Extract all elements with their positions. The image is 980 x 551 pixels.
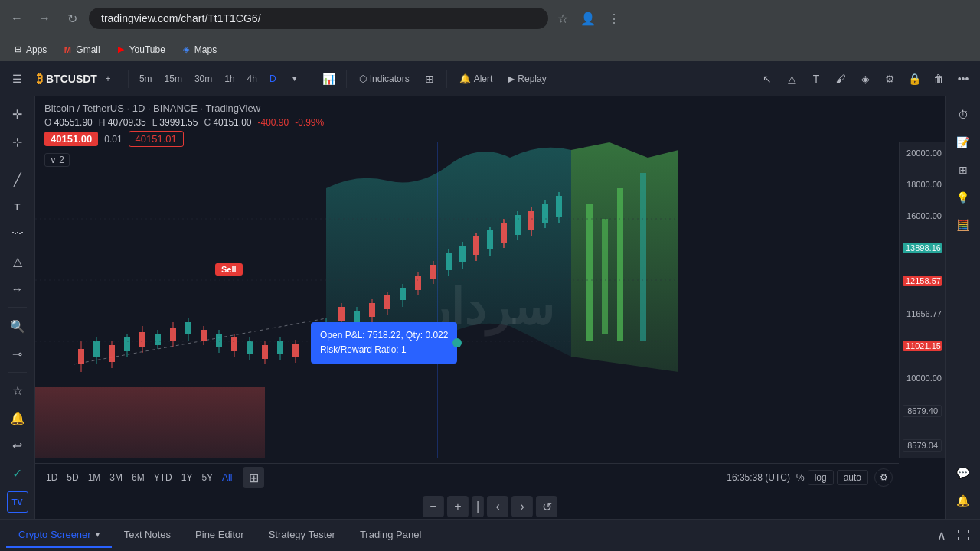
tool-fib[interactable]: 〰 [5,222,30,246]
log-button[interactable]: log [808,470,834,485]
symbol-selector[interactable]: ₿ BTCUSDT + [31,68,122,90]
tool-replay[interactable]: ↩ [5,434,30,458]
btf-5d[interactable]: 5D [62,470,83,485]
layer-badge[interactable]: ∨ 2 [44,153,70,167]
reset-view-button[interactable]: ↺ [536,496,557,517]
rp-calc2-icon[interactable]: 🧮 [951,213,975,237]
chart-header: Bitcoin / TetherUS · 1D · BINANCE · Trad… [35,96,333,173]
drawing-brush-button[interactable]: 🖌 [830,68,851,90]
rp-lightbulb-icon[interactable]: 💡 [951,185,975,210]
back-button[interactable]: ← [6,8,28,29]
drawing-highlight-button[interactable]: ◈ [854,68,876,90]
tool-zoom[interactable]: 🔍 [5,314,30,338]
tf-5m[interactable]: 5m [135,71,157,86]
svg-rect-4 [640,173,646,341]
svg-rect-69 [556,196,562,217]
drawing-delete-button[interactable]: 🗑 [928,68,949,90]
tf-1h[interactable]: 1h [220,71,239,86]
tool-text[interactable]: T [5,194,30,219]
add-symbol-button[interactable]: + [100,71,116,86]
svg-rect-57 [473,236,479,255]
tool-alerts[interactable]: 🔔 [5,406,30,431]
btf-1y[interactable]: 1Y [177,470,198,485]
tool-shapes[interactable]: △ [5,249,30,274]
indicators-label: Indicators [370,73,410,84]
footer-tab-strategy[interactable]: Strategy Tester [256,523,348,548]
settings-circle-button[interactable]: ⚙ [874,468,893,487]
svg-rect-3 [617,188,623,341]
footer-expand-button[interactable]: ⛶ [952,525,974,546]
rp-calc-icon[interactable]: ⊞ [951,158,975,182]
nav-prev-button[interactable]: ‹ [487,496,508,517]
footer-tab-pine[interactable]: Pine Editor [183,523,256,548]
btf-all[interactable]: All [217,470,237,485]
tool-sep-2 [8,307,27,308]
price-level-20000: 20000.00 [903,148,942,158]
layout-button[interactable]: ⊞ [419,68,440,90]
sidebar-toggle-button[interactable]: ☰ [6,68,28,90]
tool-magnet[interactable]: ⊸ [5,341,30,366]
bookmark-button[interactable]: ☆ [554,8,571,29]
toolbar-separator-4 [446,70,447,88]
bookmark-gmail[interactable]: M Gmail [56,42,106,57]
footer-tab-trading[interactable]: Trading Panel [348,523,433,548]
tv-logo: TV [7,491,28,513]
replay-label: Replay [518,73,546,84]
bookmark-youtube[interactable]: ▶ YouTube [109,42,172,57]
tool-crosshair[interactable]: ⊹ [5,130,30,155]
profile-button[interactable]: 👤 [577,8,599,29]
btf-3m[interactable]: 3M [105,470,127,485]
url-bar[interactable] [89,8,548,29]
footer-collapse-button[interactable]: ∧ [931,525,952,546]
tool-watchlist[interactable]: ☆ [5,379,30,403]
svg-rect-1 [586,204,593,341]
btf-ytd[interactable]: YTD [149,470,177,485]
tf-30m[interactable]: 30m [190,71,217,86]
btf-5y[interactable]: 5Y [197,470,217,485]
tf-dropdown-button[interactable]: ▼ [284,68,305,90]
forward-button[interactable]: → [34,8,55,29]
drawing-shapes-button[interactable]: △ [781,68,802,90]
bookmark-maps[interactable]: ◈ Maps [175,42,223,57]
rp-clock-icon[interactable]: ⏱ [951,103,975,127]
replay-button[interactable]: ▶ Replay [501,70,552,87]
chart-area[interactable]: سردار Bitcoin / TetherUS · 1D · BINANCE … [35,96,945,519]
price-level-10000: 10000.00 [903,373,942,383]
nav-next-button[interactable]: › [511,496,533,517]
btf-6m[interactable]: 6M [127,470,149,485]
drawing-cursor-button[interactable]: ↖ [756,68,778,90]
chart-tooltip: Open P&L: 7518.22, Qty: 0.022 Risk/Rewar… [311,322,457,364]
drawing-more-button[interactable]: ••• [952,68,974,90]
tool-check[interactable]: ✓ [5,461,30,485]
zoom-out-button[interactable]: − [423,496,444,517]
bookmarks-bar: ⊞ Apps M Gmail ▶ YouTube ◈ Maps [0,37,980,61]
refresh-button[interactable]: ↻ [61,8,83,29]
indicators-button[interactable]: ⬡ Indicators [353,70,416,87]
rp-notes-icon[interactable]: 📝 [951,130,975,155]
rp-bell-icon[interactable]: 🔔 [951,488,975,513]
btf-1d[interactable]: 1D [41,470,62,485]
price-change-val: -400.90 [257,117,289,128]
svg-rect-31 [262,345,268,359]
auto-button[interactable]: auto [837,470,868,485]
drawing-lock-button[interactable]: 🔒 [903,68,925,90]
rp-chat-icon[interactable]: 💬 [951,461,975,485]
tool-cursor[interactable]: ✛ [5,103,30,127]
cursor-label: | [472,496,484,517]
btf-1m[interactable]: 1M [83,470,106,485]
chart-type-button[interactable]: 📊 [318,68,340,90]
drawing-text-button[interactable]: T [805,68,827,90]
footer-tab-crypto[interactable]: Crypto Screener ▾ [6,523,112,548]
footer-tab-notes[interactable]: Text Notes [112,523,183,548]
tf-4h[interactable]: 4h [243,71,262,86]
tool-trendline[interactable]: ╱ [5,168,30,192]
tf-15m[interactable]: 15m [160,71,187,86]
alert-button[interactable]: 🔔 Alert [453,70,499,87]
layout-screen-button[interactable]: ⊞ [243,467,264,488]
bookmark-apps[interactable]: ⊞ Apps [6,42,53,57]
zoom-in-button[interactable]: + [447,496,469,517]
drawing-settings-button[interactable]: ⚙ [879,68,900,90]
tf-d[interactable]: D [265,71,281,86]
tool-measure[interactable]: ↔ [5,277,30,302]
menu-button[interactable]: ⋮ [605,8,623,29]
